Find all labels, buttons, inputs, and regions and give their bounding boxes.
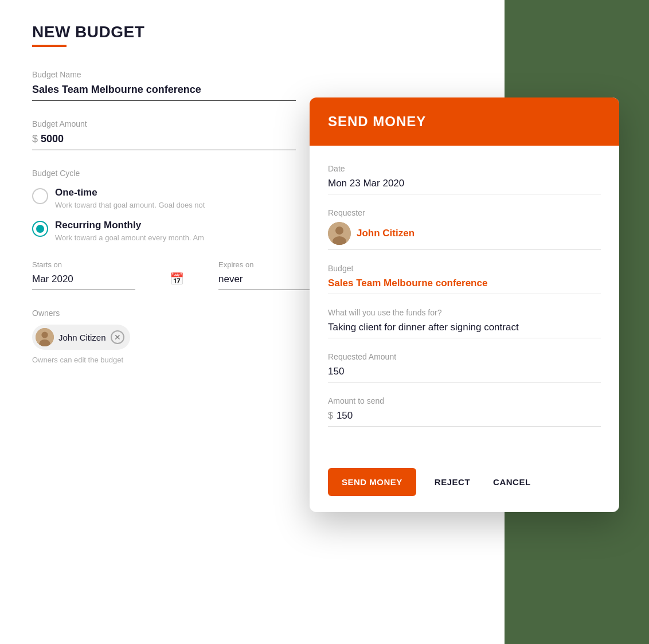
reject-button[interactable]: REJECT — [430, 468, 475, 496]
modal-requested-amount-field: Requested Amount 150 — [328, 352, 601, 383]
svg-point-4 — [335, 227, 343, 235]
amount-send-row: $ 150 — [328, 410, 601, 427]
radio-circle-recurring — [32, 221, 48, 237]
modal-amount-to-send-label: Amount to send — [328, 396, 601, 405]
starts-on-value[interactable]: Mar 2020 — [32, 274, 135, 290]
modal-budget-value: Sales Team Melbourne conference — [328, 278, 601, 294]
owner-name: John Citizen — [58, 333, 106, 342]
amount-dollar-sign: $ — [328, 411, 333, 421]
owner-remove-button[interactable]: ✕ — [111, 330, 124, 344]
modal-header: SEND MONEY — [310, 97, 619, 146]
one-time-desc: Work toward that goal amount. Goal does … — [55, 201, 205, 209]
modal-date-value: Mon 23 Mar 2020 — [328, 178, 601, 194]
modal-requested-amount-value: 150 — [328, 366, 601, 383]
modal-body: Date Mon 23 Mar 2020 Requester John Citi… — [310, 146, 619, 456]
title-underline — [32, 45, 67, 47]
modal-footer: SEND MONEY REJECT CANCEL — [310, 456, 619, 512]
recurring-desc: Work toward a goal amount every month. A… — [55, 233, 204, 242]
budget-amount-value[interactable]: 5000 — [32, 133, 296, 150]
calendar-icon[interactable]: 📅 — [170, 272, 184, 286]
expires-on-value[interactable]: never — [218, 274, 322, 290]
modal-funds-field: What will you use the funds for? Taking … — [328, 308, 601, 338]
modal-date-field: Date Mon 23 Mar 2020 — [328, 164, 601, 194]
radio-circle-one-time — [32, 188, 48, 204]
budget-name-value[interactable]: Sales Team Melbourne conference — [32, 84, 296, 101]
expires-on-label: Expires on — [218, 260, 322, 269]
modal-requester-label: Requester — [328, 208, 601, 217]
modal-requester-field: Requester John Citizen — [328, 208, 601, 250]
modal-amount-to-send-field: Amount to send $ 150 — [328, 396, 601, 427]
one-time-label: One-time — [55, 187, 205, 198]
starts-on-label: Starts on — [32, 260, 135, 269]
requester-row: John Citizen — [328, 222, 601, 250]
send-money-button[interactable]: SEND MONEY — [328, 468, 416, 496]
owner-chip: John Citizen ✕ — [32, 325, 130, 350]
requester-name: John Citizen — [357, 228, 415, 239]
recurring-label: Recurring Monthly — [55, 220, 204, 231]
cancel-button[interactable]: CANCEL — [488, 468, 535, 496]
budget-name-group: Budget Name Sales Team Melbourne confere… — [32, 70, 461, 101]
modal-funds-label: What will you use the funds for? — [328, 308, 601, 317]
modal-budget-field: Budget Sales Team Melbourne conference — [328, 264, 601, 294]
page-title: NEW BUDGET — [32, 23, 461, 41]
budget-name-label: Budget Name — [32, 70, 461, 79]
svg-point-1 — [41, 331, 48, 338]
requester-avatar-image — [328, 222, 351, 245]
modal-requested-amount-label: Requested Amount — [328, 352, 601, 361]
send-money-modal: SEND MONEY Date Mon 23 Mar 2020 Requeste… — [310, 97, 619, 512]
starts-on-field: Starts on Mar 2020 — [32, 260, 135, 290]
requester-avatar — [328, 222, 351, 245]
modal-funds-value: Taking client for dinner after signing c… — [328, 322, 601, 338]
modal-title: SEND MONEY — [328, 114, 601, 130]
modal-date-label: Date — [328, 164, 601, 173]
modal-budget-label: Budget — [328, 264, 601, 273]
amount-to-send-value[interactable]: 150 — [337, 410, 353, 421]
owner-avatar — [36, 328, 54, 346]
expires-on-field: Expires on never — [218, 260, 322, 290]
owner-avatar-image — [36, 328, 54, 346]
